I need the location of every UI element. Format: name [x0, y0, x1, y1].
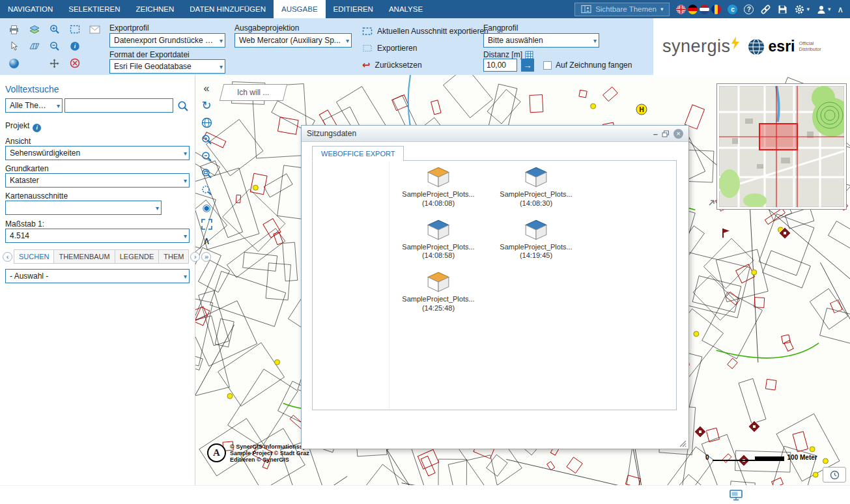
visible-themes-label: Sichtbare Themen: [595, 5, 657, 13]
zoom-out-icon[interactable]: [200, 150, 213, 162]
tabs-next-button[interactable]: ›: [190, 252, 200, 262]
view-select[interactable]: Sehenswürdigkeiten: [5, 146, 190, 160]
menu-item[interactable]: EDITIEREN: [326, 0, 381, 18]
zoom-previous-icon[interactable]: [200, 184, 213, 196]
pointer-select-button[interactable]: [7, 39, 22, 53]
zoom-window-icon[interactable]: [200, 167, 213, 179]
basemap-select[interactable]: Kataster: [5, 173, 190, 188]
bottom-bar: [0, 485, 850, 504]
search-icon[interactable]: [177, 100, 189, 112]
info-icon[interactable]: i: [33, 124, 41, 132]
map-layers-button[interactable]: [27, 22, 42, 36]
menu-item[interactable]: ZEICHNEN: [128, 0, 182, 18]
reset-button[interactable]: ↩ Zurücksetzen: [362, 60, 422, 70]
tabs-prev-button[interactable]: ‹: [3, 252, 12, 262]
flag-germany-icon[interactable]: [688, 5, 698, 14]
scroll-up-icon[interactable]: ∧: [200, 235, 213, 247]
link-icon[interactable]: [760, 4, 771, 15]
info-button[interactable]: i: [67, 39, 83, 53]
flag-uk-icon[interactable]: [676, 5, 686, 14]
delete-selection-button[interactable]: [67, 56, 83, 70]
full-extent-icon[interactable]: [200, 218, 213, 230]
collapse-ribbon-icon[interactable]: ∧: [837, 5, 843, 14]
export-file-item[interactable]: SampleProject_Plots... (14:19:45): [487, 219, 585, 261]
menu-item[interactable]: ANALYSE: [381, 0, 431, 18]
ribbon-tool-grid: i: [4, 21, 105, 72]
scale-bar: 0 100 Meter: [705, 454, 817, 461]
map-export-button[interactable]: [27, 39, 42, 53]
menu-item[interactable]: SELEKTIEREN: [61, 0, 128, 18]
export-button[interactable]: Exportieren: [362, 44, 417, 53]
send-mail-button[interactable]: [87, 22, 103, 36]
scale-end-label: 100 Meter: [787, 454, 817, 461]
search-input[interactable]: [64, 98, 173, 113]
copyright-icon[interactable]: c: [728, 5, 737, 14]
export-file-item[interactable]: SampleProject_Plots... (14:08:08): [390, 166, 487, 208]
language-flags: [676, 5, 721, 14]
export-file-item[interactable]: SampleProject_Plots... (14:25:48): [390, 271, 487, 313]
zoom-in-button[interactable]: [47, 22, 63, 36]
geodatabase-icon: [426, 166, 451, 188]
sidebar-collapse-icon[interactable]: «: [200, 83, 213, 94]
sidebar-tab[interactable]: LEGENDE: [115, 249, 160, 264]
time-slider-button[interactable]: [823, 467, 846, 483]
visible-themes-button[interactable]: Sichtbare Themen ▾: [574, 3, 670, 16]
select-rectangle-button[interactable]: [67, 22, 83, 36]
flag-netherlands-icon[interactable]: [700, 5, 709, 14]
help-icon[interactable]: ?: [744, 5, 754, 14]
export-extent-button[interactable]: Aktuellen Ausschnitt exportieren: [362, 27, 489, 36]
menu-item-label: SELEKTIEREN: [68, 5, 120, 13]
search-theme-select[interactable]: Alle Themen: [5, 98, 63, 113]
selection-select[interactable]: - Auswahl -: [5, 269, 190, 283]
screen-share-icon[interactable]: [730, 490, 743, 501]
minimize-button[interactable]: –: [653, 129, 658, 139]
projection-select[interactable]: Web Mercator (Auxiliary Sp...: [234, 33, 352, 48]
globe-3d-button[interactable]: [7, 56, 22, 70]
tabs-more-button[interactable]: »: [201, 252, 211, 262]
pan-button[interactable]: [47, 56, 63, 70]
ich-will-box[interactable]: Ich will ...: [220, 84, 287, 101]
snap-profile-select[interactable]: Bitte auswählen: [483, 33, 599, 48]
session-data-dialog: Sitzungsdaten – × WEBOFFICE EXPORT: [301, 125, 689, 449]
export-file-item[interactable]: SampleProject_Plots... (14:08:58): [390, 219, 487, 261]
menu-item[interactable]: NAVIGATION: [0, 0, 61, 18]
sidebar-tab[interactable]: THEM: [158, 249, 189, 264]
overview-map[interactable]: [716, 83, 847, 210]
map-extent-select[interactable]: [5, 201, 162, 215]
file-name: SampleProject_Plots...: [402, 190, 474, 199]
map-canvas[interactable]: H « ↻ ◉ ∧ Ich will ...: [195, 75, 850, 485]
zoom-out-button[interactable]: [47, 39, 63, 53]
resize-handle[interactable]: [679, 440, 687, 447]
menu-item[interactable]: AUSGABE: [274, 0, 326, 18]
print-button[interactable]: [7, 22, 22, 36]
menu-item[interactable]: DATEN HINZUFÜGEN: [182, 0, 274, 18]
zoom-in-icon[interactable]: [200, 133, 213, 145]
save-icon[interactable]: [778, 5, 787, 14]
brand-area: synergis esri Official Distributor: [653, 18, 850, 75]
distance-input[interactable]: [483, 59, 517, 72]
file-time: (14:08:30): [520, 199, 552, 208]
user-icon[interactable]: ▾: [816, 5, 831, 14]
refresh-icon[interactable]: ↻: [200, 100, 213, 111]
export-file-item[interactable]: SampleProject_Plots... (14:08:30): [487, 166, 585, 208]
globe-icon[interactable]: [200, 117, 213, 128]
tab-weboffice-export[interactable]: WEBOFFICE EXPORT: [312, 146, 404, 161]
dialog-titlebar[interactable]: Sitzungsdaten – ×: [302, 126, 688, 142]
scale-select[interactable]: 4.514: [5, 229, 190, 243]
file-time: (14:25:48): [422, 304, 455, 313]
snap-drawing-checkbox[interactable]: [543, 61, 552, 70]
sidebar-tab[interactable]: THEMENBAUM: [53, 249, 115, 264]
undo-icon: ↩: [362, 60, 371, 70]
export-profile-select[interactable]: Datenexport Grundstücke (...: [109, 33, 225, 48]
center-map-icon[interactable]: ◉: [200, 201, 213, 213]
flag-romania-icon[interactable]: [711, 5, 721, 14]
export-format-select[interactable]: Esri File Geodatabase: [109, 59, 225, 74]
sidebar-tab[interactable]: SUCHEN: [14, 249, 54, 264]
distance-row: → Auf Zeichnung fangen: [483, 59, 632, 72]
apply-distance-button[interactable]: →: [521, 59, 534, 72]
gear-icon[interactable]: ▾: [794, 4, 810, 15]
close-button[interactable]: ×: [673, 129, 683, 139]
overview-toggle-icon[interactable]: [708, 199, 716, 206]
file-name: SampleProject_Plots...: [402, 243, 474, 252]
restore-button[interactable]: [662, 130, 670, 137]
